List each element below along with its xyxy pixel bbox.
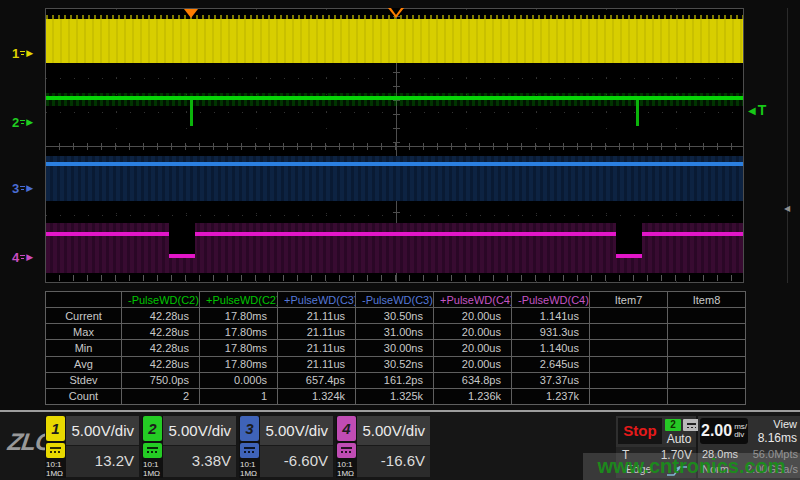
ch2-scale[interactable]: 5.00V/div [163, 416, 236, 446]
meas-value: 30.50ns [356, 308, 434, 324]
row-label: Count [46, 388, 122, 404]
meas-value: 20.00us [434, 356, 512, 372]
meas-value: 37.37us [512, 372, 590, 388]
ch4-number: 4 [12, 250, 19, 265]
timebase-scale-box[interactable]: 2.00 ms/div [700, 418, 748, 444]
ch2-offset[interactable]: 3.38V [163, 446, 236, 477]
trigger-mode[interactable]: Auto [662, 432, 696, 446]
row-label: Min [46, 340, 122, 356]
timebase-scale-value: 2.00 [701, 422, 732, 440]
meas-value: 20.00us [434, 324, 512, 340]
bottom-status-bar: ZLG® 1 10:1 1MΩ 5.00V/div 13.2V 2 10:1 1… [0, 412, 800, 480]
meas-col-header[interactable]: Item7 [590, 292, 668, 308]
ch3-scale[interactable]: 5.00V/div [260, 416, 333, 446]
ch3-offset[interactable]: -6.60V [260, 446, 333, 477]
meas-col-header[interactable]: +PulseWD(C4) [434, 292, 512, 308]
trigger-delay-marker-icon[interactable] [184, 9, 198, 18]
ch2-status-block[interactable]: 2 10:1 1MΩ 5.00V/div 3.38V [142, 416, 236, 478]
ch3-impedance: 1MΩ [239, 470, 257, 478]
ch1-scale[interactable]: 5.00V/div [66, 416, 139, 446]
meas-col-header[interactable]: +PulseWD(C3) [278, 292, 356, 308]
meas-value: 21.11us [278, 308, 356, 324]
ch3-readouts: 5.00V/div -6.60V [260, 416, 333, 478]
ch4-coupling-button[interactable] [337, 443, 356, 458]
ch3-status-block[interactable]: 3 10:1 1MΩ 5.00V/div -6.60V [239, 416, 333, 478]
meas-col-header[interactable]: +PulseWD(C2) [200, 292, 278, 308]
meas-value [590, 308, 668, 324]
meas-value: 30.00ns [356, 340, 434, 356]
dc-coupling-icon [244, 447, 255, 454]
meas-value [590, 372, 668, 388]
meas-value [668, 340, 746, 356]
meas-col-header[interactable]: -PulseWD(C2) [122, 292, 200, 308]
meas-value: 1.325k [356, 388, 434, 404]
meas-value [590, 340, 668, 356]
meas-value: 2 [122, 388, 200, 404]
meas-value: 0.000s [200, 372, 278, 388]
ch1-probe-ratio: 10:1 [45, 461, 62, 469]
ch1-position-marker[interactable]: 1 ▶ [12, 46, 44, 60]
dc-coupling-icon [50, 447, 61, 454]
ch3-badge[interactable]: 3 [240, 416, 259, 441]
meas-col-header[interactable]: -PulseWD(C3) [356, 292, 434, 308]
ch4-status-block[interactable]: 4 10:1 1MΩ 5.00V/div -16.6V [336, 416, 430, 478]
ch1-ground-icon [20, 50, 25, 57]
meas-value [590, 356, 668, 372]
meas-value: 1.237k [512, 388, 590, 404]
dc-coupling-icon [341, 447, 352, 454]
ch4-impedance: 1MΩ [336, 470, 354, 478]
ch1-status-block[interactable]: 1 10:1 1MΩ 5.00V/div 13.2V [45, 416, 139, 478]
meas-col-header[interactable]: Item8 [668, 292, 746, 308]
meas-value: 1.140us [512, 340, 590, 356]
watermark-text: www.cntronics.com [597, 455, 785, 478]
row-label: Avg [46, 356, 122, 372]
ch1-badge[interactable]: 1 [46, 416, 65, 441]
ch4-badge[interactable]: 4 [337, 416, 356, 441]
trigger-level-marker[interactable]: ◀ T [748, 102, 766, 118]
view-label: View [773, 418, 797, 430]
trigger-position-marker-icon[interactable] [388, 8, 404, 18]
ch2-coupling-button[interactable] [143, 443, 162, 458]
table-header-row: -PulseWD(C2) +PulseWD(C2) +PulseWD(C3) -… [46, 292, 746, 308]
ch4-offset[interactable]: -16.6V [357, 446, 430, 477]
ch4-position-marker[interactable]: 4 ▶ [12, 250, 44, 264]
ch1-arrow-icon: ▶ [26, 49, 33, 58]
meas-value [668, 372, 746, 388]
meas-value: 17.80ms [200, 340, 278, 356]
timebase-scale-unit: ms/div [734, 423, 747, 439]
ch3-position-marker[interactable]: 3 ▶ [12, 181, 44, 195]
meas-col-header[interactable]: -PulseWD(C4) [512, 292, 590, 308]
ch1-offset[interactable]: 13.2V [66, 446, 139, 477]
table-row: Current 42.28us 17.80ms 21.11us 30.50ns … [46, 308, 746, 324]
row-label: Stdev [46, 372, 122, 388]
meas-value: 2.645us [512, 356, 590, 372]
ch3-coupling-button[interactable] [240, 443, 259, 458]
dc-coupling-icon [687, 423, 696, 428]
table-row: Stdev 750.0ps 0.000s 657.4ps 161.2ps 634… [46, 372, 746, 388]
left-arrow-icon: ◀ [748, 105, 756, 116]
ch3-ground-icon [20, 185, 25, 192]
run-stop-indicator[interactable]: Stop [618, 418, 662, 444]
row-label: Max [46, 324, 122, 340]
waveform-display[interactable] [45, 8, 744, 283]
meas-value: 42.28us [122, 356, 200, 372]
ch4-scale[interactable]: 5.00V/div [357, 416, 430, 446]
ch3-waveform [46, 162, 743, 166]
ch4-pulse-notch [169, 222, 195, 254]
ch3-probe-ratio: 10:1 [239, 461, 256, 469]
ch2-number: 2 [12, 115, 19, 130]
ch2-badge[interactable]: 2 [143, 416, 162, 441]
ch4-pulse-low [616, 254, 642, 258]
meas-value: 30.52ns [356, 356, 434, 372]
ch1-coupling-button[interactable] [46, 443, 65, 458]
meas-value: 750.0ps [122, 372, 200, 388]
collapse-arrow-icon[interactable]: ◀ [784, 204, 790, 213]
ch4-pulse-low [169, 254, 195, 258]
trigger-source-badge[interactable]: 2 [665, 419, 681, 431]
ch4-readouts: 5.00V/div -16.6V [357, 416, 430, 478]
ch2-position-marker[interactable]: 2 ▶ [12, 115, 44, 129]
meas-value: 1 [200, 388, 278, 404]
meas-value: 21.11us [278, 324, 356, 340]
table-row: Max 42.28us 17.80ms 21.11us 31.00ns 20.0… [46, 324, 746, 340]
trigger-coupling-badge[interactable] [683, 419, 699, 431]
